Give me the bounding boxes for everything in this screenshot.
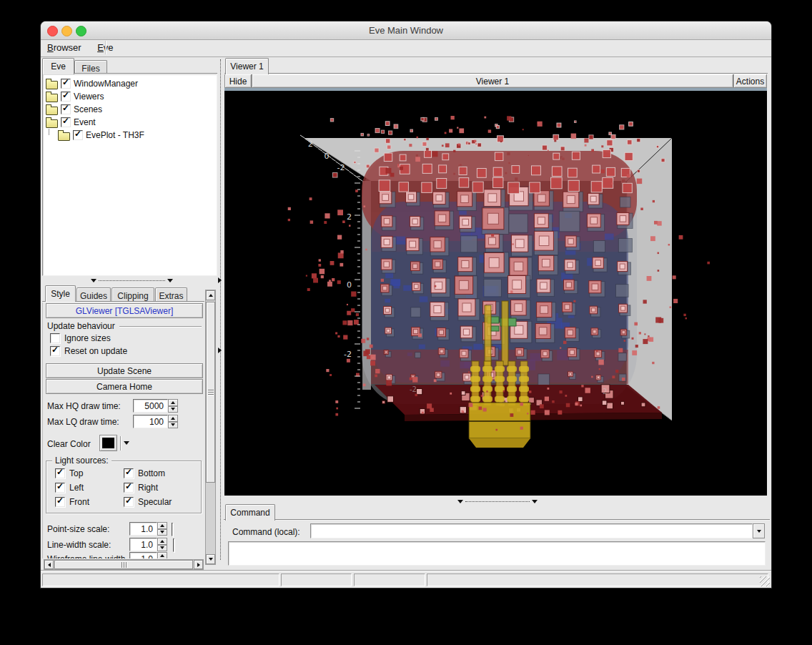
clear-color-swatch[interactable]: [99, 435, 117, 451]
max-hq-stepper[interactable]: [168, 399, 178, 413]
light-left-checkbox[interactable]: [55, 483, 65, 493]
line-width-checkbox[interactable]: [173, 538, 174, 552]
tree-style-splitter[interactable]: [91, 277, 173, 283]
desktop: { "window": { "title": "Eve Main Window"…: [0, 0, 812, 645]
light-left-row: Left: [55, 483, 84, 493]
hide-button[interactable]: Hide: [224, 74, 252, 88]
light-top-checkbox[interactable]: [55, 468, 65, 478]
style-editor-panel: GLViewer [TGLSAViewer] Update behaviour …: [42, 302, 205, 558]
status-cell-4: [427, 573, 768, 586]
style-hscrollbar[interactable]: [44, 559, 204, 570]
title-bar[interactable]: Eve Main Window: [41, 21, 771, 40]
actions-button[interactable]: Actions: [733, 74, 767, 88]
camera-home-button[interactable]: Camera Home: [46, 379, 203, 394]
vscroll-thumb[interactable]: [206, 302, 215, 483]
menu-browser[interactable]: Browser: [41, 39, 88, 56]
point-size-stepper[interactable]: [157, 522, 167, 536]
menu-separator: [105, 41, 106, 54]
spin-down-icon: [171, 408, 175, 410]
main-vsplitter[interactable]: [220, 59, 221, 560]
wireframe-stepper[interactable]: [157, 552, 167, 558]
status-cell-1: [42, 573, 279, 586]
chevron-right-icon: [218, 348, 222, 353]
viewer-command-splitter[interactable]: [457, 498, 538, 504]
reset-on-update-checkbox[interactable]: [50, 346, 60, 356]
ignore-sizes-row: Ignore sizes: [50, 333, 111, 343]
chevron-down-icon: [124, 441, 129, 445]
light-specular-checkbox[interactable]: [124, 497, 134, 507]
tree-item-scenes[interactable]: Scenes: [43, 103, 217, 116]
tree-item-eveplot[interactable]: EvePlot - TH3F: [43, 129, 217, 142]
svg-text:-2: -2: [337, 163, 345, 172]
eve-main-window: Eve Main Window Browser Eve Eve Files Wi…: [41, 21, 771, 588]
scroll-up-button[interactable]: [206, 290, 215, 300]
tree-item-event[interactable]: Event: [43, 116, 217, 129]
wireframe-label: Wireframe line-width: [47, 554, 125, 558]
light-top-row: Top: [55, 468, 83, 478]
light-front-checkbox[interactable]: [55, 497, 65, 507]
point-size-checkbox[interactable]: [172, 523, 173, 536]
light-sources-legend: Light sources:: [52, 456, 112, 466]
scroll-left-button[interactable]: [44, 560, 54, 569]
tab-clipping[interactable]: Clipping: [112, 287, 154, 301]
max-lq-input[interactable]: 100: [133, 415, 168, 428]
tree-item-label: EvePlot - TH3F: [86, 130, 144, 140]
viewer-tabline: [224, 73, 768, 74]
ignore-sizes-checkbox[interactable]: [50, 333, 60, 343]
command-input[interactable]: [310, 523, 753, 538]
wireframe-input[interactable]: 1.0: [129, 552, 157, 558]
hscroll-thumb[interactable]: [54, 560, 193, 569]
command-combobox[interactable]: [310, 523, 765, 538]
tab-guides[interactable]: Guides: [76, 287, 111, 301]
tree-item-viewers[interactable]: Viewers: [43, 90, 217, 103]
point-size-input[interactable]: 1.0: [129, 522, 157, 536]
clear-color-label: Clear Color: [47, 439, 91, 449]
command-tabline: [224, 519, 770, 520]
max-hq-input[interactable]: 5000: [133, 399, 168, 413]
light-right-checkbox[interactable]: [124, 483, 134, 493]
tab-style[interactable]: Style: [45, 285, 76, 302]
status-cell-3: [354, 573, 425, 586]
viewer-title-bar[interactable]: Viewer 1: [252, 74, 733, 88]
style-vscrollbar[interactable]: [205, 290, 216, 565]
tree-checkbox[interactable]: [61, 79, 71, 89]
svg-text:2: 2: [603, 388, 607, 395]
tab-eve[interactable]: Eve: [42, 58, 74, 74]
tree-checkbox[interactable]: [61, 92, 71, 102]
svg-text:0: 0: [347, 280, 352, 290]
folder-icon: [46, 107, 58, 115]
scroll-down-button[interactable]: [206, 554, 215, 564]
gl-viewport[interactable]: 20-220-2-22: [224, 91, 767, 496]
tree-checkbox[interactable]: [73, 130, 83, 140]
glviewer-button[interactable]: GLViewer [TGLSAViewer]: [46, 303, 203, 318]
command-output[interactable]: [228, 541, 766, 566]
tree-item-windowmanager[interactable]: WindowManager: [43, 77, 217, 90]
svg-text:0: 0: [325, 152, 330, 161]
update-scene-button[interactable]: Update Scene: [46, 363, 203, 378]
spin-up-icon: [171, 401, 175, 404]
command-dropdown-button[interactable]: [753, 523, 765, 538]
spin-up-icon: [171, 417, 175, 420]
line-width-input[interactable]: 1.0: [129, 538, 157, 551]
tree-checkbox[interactable]: [61, 104, 71, 114]
scroll-right-button[interactable]: [194, 560, 203, 569]
line-width-stepper[interactable]: [157, 538, 167, 551]
line-width-label: Line-width scale:: [47, 540, 111, 550]
max-lq-stepper[interactable]: [168, 415, 178, 428]
tab-files[interactable]: Files: [74, 60, 107, 74]
svg-text:2: 2: [347, 212, 352, 222]
clear-color-separator: [120, 436, 121, 450]
tab-viewer1[interactable]: Viewer 1: [225, 58, 269, 74]
reset-on-update-row: Reset on update: [50, 346, 127, 356]
svg-text:-2: -2: [410, 385, 417, 393]
tab-command[interactable]: Command: [225, 504, 275, 521]
light-right-row: Right: [124, 483, 158, 493]
light-front-row: Front: [55, 497, 89, 507]
clear-color-dropdown[interactable]: [124, 441, 129, 445]
resize-grip[interactable]: [760, 576, 770, 586]
tree-checkbox[interactable]: [61, 117, 71, 127]
status-bar: [41, 570, 771, 588]
update-behaviour-header: Update behaviour: [47, 321, 202, 331]
light-bottom-checkbox[interactable]: [124, 468, 134, 478]
tab-extras[interactable]: Extras: [155, 287, 187, 301]
